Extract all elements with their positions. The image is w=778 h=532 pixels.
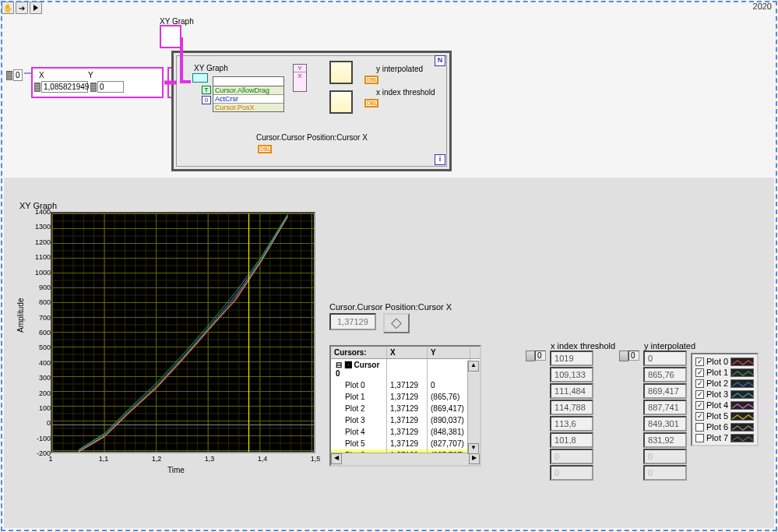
array-cell: 0 xyxy=(643,449,687,464)
prop-cursor-posx[interactable]: Cursor.PosX xyxy=(213,104,283,111)
unbundle-node[interactable]: Y X xyxy=(293,64,307,92)
legend-swatch[interactable] xyxy=(730,379,754,388)
array-index-spinner[interactable] xyxy=(526,351,535,361)
array-index-constant[interactable]: 0 xyxy=(6,69,23,81)
legend-swatch[interactable] xyxy=(730,412,754,421)
labview-version-label: 2020 xyxy=(753,2,772,11)
property-node-header xyxy=(213,77,283,86)
legend-row[interactable]: Plot 6 xyxy=(694,421,755,432)
legend-row[interactable]: ✓Plot 1 xyxy=(694,367,755,378)
legend-row[interactable]: ✓Plot 4 xyxy=(694,400,755,410)
xy-cluster-control[interactable]: X Y 1,085821949 0 xyxy=(31,67,164,98)
array-cell: 101,8 xyxy=(550,432,593,448)
array-cell: 887,741 xyxy=(643,400,687,415)
arrow-tool-button[interactable]: ➔ xyxy=(16,2,28,14)
legend-swatch[interactable] xyxy=(730,434,754,442)
y-interpolated-label: y interpolated xyxy=(376,65,423,73)
zero-constant[interactable]: 0 xyxy=(202,96,211,104)
cursor-list-row[interactable]: ⊟ 🞓 Cursor 0 xyxy=(331,359,480,379)
y-interpolated-indicator: DBL xyxy=(364,74,378,84)
x-array-index[interactable]: 0 xyxy=(535,351,546,361)
x-index-threshold-indicator: DBL xyxy=(364,97,378,107)
scroll-down-button[interactable]: ▼ xyxy=(468,443,479,454)
x-tick: 1,2 xyxy=(152,455,162,463)
array-cell: 869,417 xyxy=(643,383,687,399)
y-interpolated-array[interactable]: y interpolated 0 0865,76869,417887,74184… xyxy=(619,341,695,481)
y-tick: -100 xyxy=(37,435,51,442)
cursor-list-row[interactable]: Plot 01,371290 xyxy=(331,379,480,391)
for-loop-structure[interactable]: N i XY Graph T 0 Cursor.AllowDrag ActCrs… xyxy=(171,51,452,171)
cursor-list-row[interactable]: Plot 41,37129(848,381) xyxy=(331,426,480,438)
legend-swatch[interactable] xyxy=(730,390,754,399)
x-tick: 1,1 xyxy=(99,455,109,463)
array-cell: 0 xyxy=(643,351,687,366)
y-interpolated-array-label: y interpolated xyxy=(644,341,695,351)
cursor-col-x: X xyxy=(387,347,428,358)
xy-graph-terminal[interactable] xyxy=(160,25,181,48)
xy-graph-reference[interactable] xyxy=(192,73,208,83)
zero-line xyxy=(52,425,314,425)
x-tick: 1,3 xyxy=(205,455,215,463)
prop-active-cursor[interactable]: ActCrsr xyxy=(213,95,283,104)
cursor-position-label: Cursor.Cursor Position:Cursor X xyxy=(329,302,452,312)
scroll-up-button[interactable]: ▲ xyxy=(468,361,479,372)
array-index-spinner[interactable] xyxy=(619,351,628,361)
scroll-right-button[interactable]: ▶ xyxy=(469,453,480,464)
cursor-legend-panel[interactable]: Cursors: X Y ⊟ 🞓 Cursor 0Plot 01,371290P… xyxy=(329,345,481,467)
y-tick: 1200 xyxy=(35,238,51,246)
legend-row[interactable]: ✓Plot 0 xyxy=(694,356,755,367)
legend-row[interactable]: ✓Plot 5 xyxy=(694,410,755,421)
xy-graph-title: XY Graph xyxy=(19,201,315,210)
cursor-center-button[interactable] xyxy=(383,313,410,333)
y-tick: 300 xyxy=(39,374,51,382)
x-value-input[interactable]: 1,085821949 xyxy=(41,81,88,93)
run-button[interactable] xyxy=(30,2,42,14)
legend-checkbox[interactable] xyxy=(695,434,704,442)
cursor-list-row[interactable]: Plot 51,37129(827,707) xyxy=(331,438,480,449)
legend-row[interactable]: ✓Plot 2 xyxy=(694,378,755,389)
array-cell: 831,92 xyxy=(643,432,687,448)
y-tick: 1100 xyxy=(35,253,51,261)
array-cell: 114,788 xyxy=(550,400,593,415)
legend-checkbox[interactable]: ✓ xyxy=(695,368,704,377)
legend-swatch[interactable] xyxy=(730,423,754,432)
array-cell: 0 xyxy=(550,449,593,464)
legend-row[interactable]: ✓Plot 3 xyxy=(694,389,755,400)
array-cell: 0 xyxy=(550,465,593,481)
legend-checkbox[interactable] xyxy=(695,423,704,432)
y-field-label: Y xyxy=(83,71,114,79)
scroll-left-button[interactable]: ◀ xyxy=(331,453,342,464)
y-axis-label: Amplitude xyxy=(16,298,25,333)
loop-count-terminal[interactable]: N xyxy=(435,55,445,66)
legend-swatch[interactable] xyxy=(730,358,754,366)
prop-cursor-allowdrag[interactable]: Cursor.AllowDrag xyxy=(213,86,283,95)
y-value-input[interactable]: 0 xyxy=(97,81,124,93)
hand-tool-button[interactable]: ✋ xyxy=(2,2,14,14)
y-tick: 400 xyxy=(39,359,51,367)
y-tick: 800 xyxy=(39,298,51,306)
cursor-list-row[interactable]: Plot 31,37129(890,037) xyxy=(331,414,480,426)
graph-property-node[interactable]: Cursor.AllowDrag ActCrsr Cursor.PosX xyxy=(213,76,284,112)
legend-checkbox[interactable]: ✓ xyxy=(695,390,704,399)
legend-swatch[interactable] xyxy=(730,401,754,410)
legend-plot-label: Plot 6 xyxy=(706,422,728,432)
x-index-threshold-array[interactable]: x index threshold 0 1019109,133111,48411… xyxy=(526,341,615,481)
xy-graph-plot-area[interactable] xyxy=(51,212,315,453)
threshold-1d-array-vi-1[interactable] xyxy=(329,61,353,84)
legend-row[interactable]: Plot 7 xyxy=(694,432,755,443)
cursor-list-row[interactable]: Plot 11,37129(865,76) xyxy=(331,391,480,403)
legend-swatch[interactable] xyxy=(730,368,754,377)
y-array-index[interactable]: 0 xyxy=(628,351,639,361)
threshold-1d-array-vi-2[interactable] xyxy=(329,90,353,114)
true-constant[interactable]: T xyxy=(202,86,211,94)
plot-legend[interactable]: ✓Plot 0✓Plot 1✓Plot 2✓Plot 3✓Plot 4✓Plot… xyxy=(691,353,759,446)
legend-plot-label: Plot 7 xyxy=(706,433,728,442)
array-cell: 865,76 xyxy=(643,367,687,382)
legend-checkbox[interactable]: ✓ xyxy=(695,358,704,366)
legend-checkbox[interactable]: ✓ xyxy=(695,412,704,421)
legend-checkbox[interactable]: ✓ xyxy=(695,379,704,388)
cursor-list-row[interactable]: Plot 21,37129(869,417) xyxy=(331,403,480,414)
cursor-vertical-line[interactable] xyxy=(248,213,249,452)
array-cell: 0 xyxy=(643,465,687,481)
legend-checkbox[interactable]: ✓ xyxy=(695,401,704,410)
